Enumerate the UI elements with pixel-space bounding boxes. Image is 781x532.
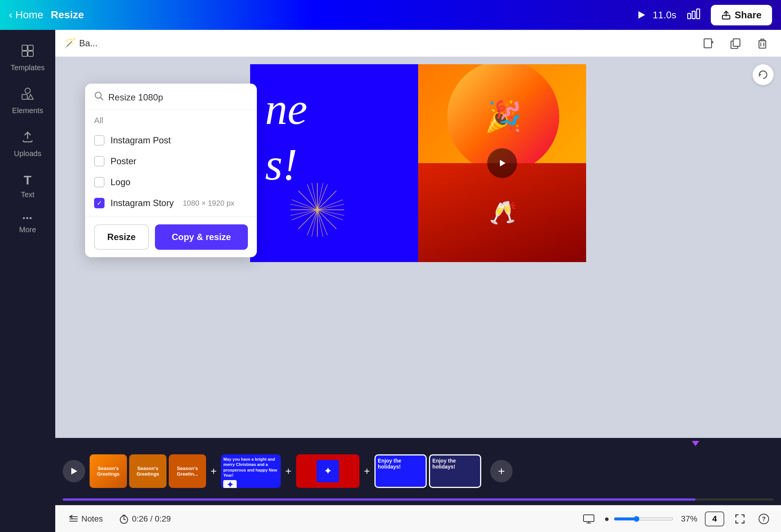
track-group-3: ✦ — [296, 454, 360, 488]
search-area — [85, 84, 257, 110]
templates-label: Templates — [10, 63, 44, 72]
svg-rect-6 — [28, 45, 33, 50]
more-label: More — [19, 225, 36, 234]
svg-rect-7 — [22, 51, 27, 56]
delete-button[interactable] — [753, 34, 772, 53]
back-button[interactable]: 🪄 Ba... — [64, 37, 97, 49]
text-icon: T — [24, 173, 32, 187]
resize-label: Resize — [51, 9, 84, 21]
track-item-4[interactable]: May you have a bright and merry Christma… — [221, 454, 281, 488]
uploads-icon — [21, 130, 34, 146]
connector-3: + — [364, 465, 370, 477]
play-button[interactable] — [634, 7, 649, 22]
page-count: 4 — [705, 511, 724, 526]
connector-1: + — [211, 465, 217, 477]
monitor-button[interactable] — [581, 511, 597, 527]
starburst-decoration — [287, 180, 347, 240]
svg-marker-32 — [500, 160, 505, 167]
svg-rect-12 — [704, 39, 712, 48]
svg-marker-11 — [28, 94, 33, 99]
sidebar: Templates Elements Uploads — [0, 30, 55, 532]
canvas-text-1: ne — [265, 87, 307, 131]
home-label: Home — [15, 9, 43, 21]
instagram-story-checkbox[interactable]: ✓ — [94, 198, 105, 208]
svg-line-34 — [100, 97, 103, 100]
svg-rect-45 — [584, 515, 594, 522]
templates-icon — [21, 44, 34, 60]
track-item-7[interactable]: Enjoy the holidays! — [429, 454, 481, 488]
timer-button[interactable]: 0:26 / 0:29 — [115, 511, 175, 527]
fullscreen-button[interactable] — [732, 511, 748, 527]
logo-label: Logo — [111, 177, 130, 187]
share-label: Share — [735, 9, 762, 21]
track-group-1: Season'sGreetings Season'sGreetings Seas… — [90, 454, 206, 488]
svg-rect-1 — [688, 13, 691, 19]
track-item-5[interactable]: ✦ — [296, 454, 360, 488]
svg-rect-16 — [733, 39, 740, 46]
logo-checkbox[interactable] — [94, 177, 105, 187]
zoom-controls: ● — [604, 514, 673, 524]
help-button[interactable]: ? — [756, 511, 772, 527]
sidebar-item-more[interactable]: ••• More — [0, 207, 55, 241]
header: ‹ Home Resize 11.0s Share — [0, 0, 781, 30]
svg-rect-17 — [759, 41, 766, 48]
analytics-button[interactable] — [684, 5, 703, 25]
instagram-post-item[interactable]: Instagram Post — [94, 130, 248, 151]
instagram-post-checkbox[interactable] — [94, 135, 105, 146]
resize-button[interactable]: Resize — [94, 224, 149, 250]
instagram-story-item[interactable]: ✓ Instagram Story 1080 × 1920 px — [94, 193, 248, 214]
refresh-button[interactable] — [753, 64, 774, 85]
back-label: Ba... — [79, 38, 97, 49]
svg-text:?: ? — [762, 516, 766, 522]
zoom-slider[interactable] — [614, 516, 673, 522]
magic-icon: 🪄 — [64, 37, 76, 49]
track-item-2[interactable]: Season'sGreetings — [129, 454, 167, 488]
track-item-6[interactable]: Enjoy the holidays! — [374, 454, 427, 488]
poster-checkbox[interactable] — [94, 156, 105, 167]
svg-marker-0 — [638, 11, 645, 19]
canvas-right: 🎉 🥂 — [418, 64, 586, 262]
track-item-3[interactable]: Season'sGreetin... — [169, 454, 206, 488]
timeline-progress-fill — [63, 498, 696, 501]
dropdown-section: All Instagram Post Poster Logo ✓ — [85, 110, 257, 217]
resize-dropdown: All Instagram Post Poster Logo ✓ — [85, 84, 257, 257]
instagram-story-label: Instagram Story — [111, 198, 174, 208]
chevron-left-icon: ‹ — [9, 9, 12, 21]
copy-button[interactable] — [726, 34, 745, 53]
time-display: 0:26 / 0:29 — [132, 514, 171, 524]
timeline-play-button[interactable] — [63, 460, 85, 482]
add-track-button[interactable]: + — [490, 460, 513, 482]
search-icon — [94, 91, 104, 103]
add-page-button[interactable] — [699, 34, 718, 53]
video-play-overlay[interactable] — [487, 148, 517, 178]
instagram-story-dims: 1080 × 1920 px — [183, 199, 234, 208]
svg-point-9 — [25, 88, 30, 93]
uploads-label: Uploads — [14, 149, 41, 158]
notes-button[interactable]: Notes — [64, 511, 107, 527]
connector-2: + — [285, 465, 291, 477]
home-button[interactable]: ‹ Home — [9, 9, 43, 21]
svg-rect-10 — [22, 94, 27, 99]
svg-rect-3 — [697, 9, 700, 19]
track-item-1[interactable]: Season'sGreetings — [90, 454, 127, 488]
svg-point-33 — [95, 92, 101, 98]
timeline: Season'sGreetings Season'sGreetings Seas… — [55, 438, 781, 505]
sidebar-item-templates[interactable]: Templates — [0, 37, 55, 79]
sidebar-item-text[interactable]: T Text — [0, 166, 55, 206]
sidebar-item-elements[interactable]: Elements — [0, 80, 55, 122]
instagram-post-label: Instagram Post — [111, 135, 171, 146]
canvas-left: ne s! — [250, 64, 418, 262]
elements-label: Elements — [12, 106, 43, 115]
design-canvas: ne s! — [250, 64, 586, 262]
logo-item[interactable]: Logo — [94, 172, 248, 193]
elements-icon — [21, 87, 34, 103]
svg-rect-5 — [22, 45, 27, 50]
sidebar-item-uploads[interactable]: Uploads — [0, 123, 55, 165]
poster-item[interactable]: Poster — [94, 151, 248, 172]
canvas-area: 🪄 Ba... — [55, 30, 781, 532]
copy-resize-button[interactable]: Copy & resize — [155, 224, 248, 250]
timeline-progress[interactable] — [63, 498, 774, 501]
share-button[interactable]: Share — [711, 5, 772, 25]
track-group-2: May you have a bright and merry Christma… — [221, 454, 281, 488]
search-input[interactable] — [108, 92, 248, 103]
